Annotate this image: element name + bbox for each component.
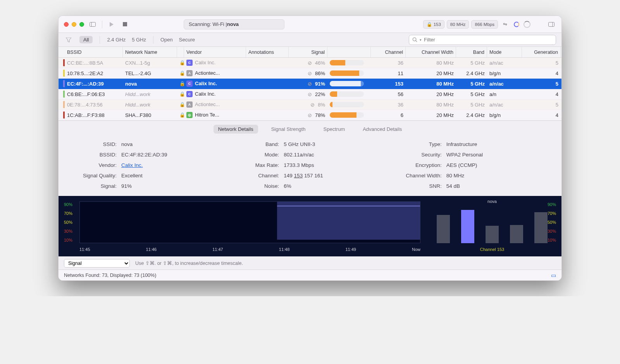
lock-icon: 🔒 (177, 81, 184, 86)
tab-spectrum[interactable]: Spectrum (319, 125, 350, 134)
titlebar: Scanning: Wi-Fi | nova 🔒 153 80 MHz 866 … (59, 16, 561, 33)
channel-bar-chart: nova 90%70%50%30%10% Channel 153 (428, 200, 556, 254)
tab-advanced-details[interactable]: Advanced Details (358, 125, 406, 134)
svg-rect-4 (549, 22, 555, 26)
filter-24ghz[interactable]: 2.4 GHz (107, 37, 126, 43)
lock-icon: 🔒 (177, 60, 184, 65)
filter-icon[interactable] (64, 35, 73, 45)
detail-ssid: nova (121, 141, 133, 147)
timescale-hint: Use ⇧⌘. or ⇧⌘, to increase/decrease time… (135, 260, 243, 266)
metric-select[interactable]: Signal (64, 259, 130, 268)
svg-line-8 (416, 41, 417, 42)
devices-icon[interactable]: ⇋ (500, 20, 510, 29)
svg-marker-6 (66, 38, 71, 42)
play-icon[interactable] (107, 20, 116, 29)
zoom-icon[interactable] (79, 22, 84, 27)
detail-security: WPA2 Personal (446, 152, 483, 158)
lock-icon: 🔒 (177, 70, 184, 76)
metric-bar: Signal Use ⇧⌘. or ⇧⌘, to increase/decrea… (59, 256, 561, 270)
detail-channel: 149 153 157 161 (284, 173, 323, 179)
rate-pill: 866 Mbps (471, 20, 498, 29)
detail-channel-width: 80 MHz (446, 173, 465, 179)
charts-panel: 90%70%50%30%10% 11:4511:4611:4711:4811:4… (59, 196, 561, 256)
detail-maxrate: 1733.3 Mbps (284, 162, 314, 168)
svg-rect-0 (90, 22, 96, 26)
app-window: Scanning: Wi-Fi | nova 🔒 153 80 MHz 866 … (58, 15, 562, 281)
table-row[interactable]: 1C:AB:...F:F3:88SHA...F380🔒◎Hitron Te...… (59, 110, 561, 120)
table-row[interactable]: EC:4F:...:AD:39nova🔒CCalix Inc.⊘91%15380… (59, 79, 561, 89)
width-pill: 80 MHz (447, 20, 469, 29)
spinner-icon (524, 21, 530, 28)
filter-all[interactable]: All (79, 36, 93, 43)
svg-marker-2 (110, 22, 114, 27)
table-row[interactable]: CC:BE:...:8B:5ACXN...1-5g🔒CCalix Inc.⊘46… (59, 58, 561, 68)
table-row[interactable]: C6:BE:...F:06:E3Hidd...work🔒CCalix Inc.⊘… (59, 89, 561, 100)
detail-encryption: AES (CCMP) (446, 162, 477, 168)
scan-title: Scanning: Wi-Fi | nova (184, 19, 284, 29)
filter-5ghz[interactable]: 5 GHz (132, 37, 146, 43)
close-icon[interactable] (64, 22, 69, 27)
detail-tabs: Network Details Signal Strength Spectrum… (59, 120, 561, 139)
table-row[interactable]: 10:78:5...:2E:A2TEL...-2.4G🔒AActiontec..… (59, 68, 561, 79)
lock-icon: 🔒 (177, 102, 184, 107)
tab-network-details[interactable]: Network Details (214, 125, 258, 134)
status-text: Networks Found: 73, Displayed: 73 (100%) (64, 273, 156, 278)
refresh-icon[interactable] (512, 20, 521, 29)
detail-mode: 802.11a/n/ac (284, 152, 314, 158)
filter-secure[interactable]: Secure (179, 37, 195, 43)
lock-icon: 🔒 (177, 91, 184, 97)
display-mode-icon[interactable]: ▭ (551, 272, 556, 278)
sidebar-toggle-icon[interactable] (88, 20, 97, 29)
table-header[interactable]: BSSID Network Name Vendor Annotations Si… (59, 47, 561, 58)
svg-point-7 (413, 38, 416, 41)
detail-band: 5 GHz UNII-3 (284, 141, 315, 147)
network-table: BSSID Network Name Vendor Annotations Si… (59, 47, 561, 120)
lock-icon: 🔒 (177, 112, 184, 118)
detail-signal-quality: Excellent (121, 173, 143, 179)
search-input[interactable]: ▾ (409, 35, 556, 45)
detail-signal: 91% (121, 183, 132, 189)
detail-bssid: EC:4F:82:2E:AD:39 (121, 152, 167, 158)
signal-time-chart: 90%70%50%30%10% 11:4511:4611:4711:4811:4… (64, 200, 424, 254)
lock-pill: 🔒 153 (423, 20, 444, 29)
table-row[interactable]: 0E:78:...4:73:56Hidd...work🔒AActiontec..… (59, 100, 561, 110)
detail-vendor[interactable]: Calix Inc. (121, 162, 143, 168)
filter-bar: All 2.4 GHz 5 GHz Open Secure ▾ (59, 33, 561, 47)
svg-rect-3 (123, 22, 127, 26)
window-controls (64, 22, 84, 27)
minimize-icon[interactable] (72, 22, 76, 27)
detail-type: Infrastructure (446, 141, 477, 147)
status-bar: Networks Found: 73, Displayed: 73 (100%)… (59, 270, 561, 280)
tab-signal-strength[interactable]: Signal Strength (267, 125, 310, 134)
detail-noise: 6% (284, 183, 291, 189)
panel-toggle-icon[interactable] (547, 20, 556, 29)
filter-open[interactable]: Open (160, 37, 173, 43)
detail-snr: 54 dB (446, 183, 460, 189)
detail-panel: SSID:nova Band:5 GHz UNII-3 Type:Infrast… (59, 139, 561, 196)
stop-icon[interactable] (120, 20, 129, 29)
